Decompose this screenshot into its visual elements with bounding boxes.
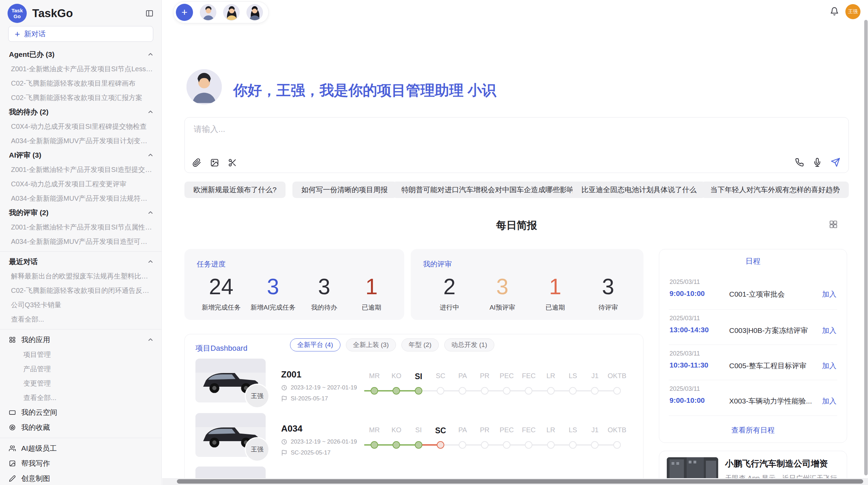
section-recent-chats[interactable]: 最近对话 xyxy=(0,254,161,269)
project-code[interactable]: Z001 xyxy=(281,369,301,380)
stat-value: 24 xyxy=(209,274,233,299)
recent-chat-item[interactable]: 查看全部... xyxy=(0,312,161,326)
app-logo: Task Go xyxy=(8,4,27,23)
schedule-item: 2025/03/11 10:30-11:30 C005-整车工程目标评审 加入 xyxy=(669,347,837,382)
recent-chat-item[interactable]: 解释最新出台的欧盟报废车法规再生塑料比例被调至15%... xyxy=(0,269,161,283)
schedule-time: 9:00-10:00 xyxy=(670,289,705,298)
sidebar-item-help-me-write[interactable]: 帮我写作 xyxy=(0,456,161,471)
sidebar-task-item[interactable]: C0X4-动力总成开发项目SI里程碑提交物检查 xyxy=(0,119,161,134)
chevron-up-icon[interactable] xyxy=(148,210,153,215)
recent-chat-item[interactable]: C02-飞腾新能源轻客改款项目的闭环通告反馈情况 xyxy=(0,283,161,298)
attachment-icon[interactable] xyxy=(192,158,201,167)
milestone-dot xyxy=(547,387,555,395)
suggestion-chip[interactable]: 特朗普可能对进口汽车增税会对中国车企造成哪些影响 xyxy=(393,182,583,198)
sidebar-item-creative-drawing[interactable]: 创意制图 xyxy=(0,471,161,485)
new-chat-button[interactable]: + 新对话 xyxy=(8,26,153,42)
sidebar-app-product-mgmt[interactable]: 产品管理 xyxy=(0,362,161,376)
chat-input[interactable] xyxy=(193,123,776,147)
sidebar-task-item[interactable]: A034-全新新能源MUV产品开发项目计划变更表编写 xyxy=(0,134,161,148)
avatar[interactable] xyxy=(223,4,240,21)
suggestion-chip[interactable]: 当下年轻人对汽车外观有怎样的喜好趋势 xyxy=(701,182,849,198)
vertical-scrollbar[interactable] xyxy=(864,20,868,475)
milestone-dot xyxy=(569,441,577,449)
microphone-icon[interactable] xyxy=(813,158,822,167)
stat-value: 1 xyxy=(549,274,562,299)
stat-label: 已逾期 xyxy=(362,303,381,312)
view-all-schedule-link[interactable]: 查看所有日程 xyxy=(659,425,847,435)
layout-grid-icon[interactable] xyxy=(829,220,838,229)
sidebar-task-item[interactable]: A034-全新新能源MUV产品开发项目法规符合性评审 xyxy=(0,191,161,206)
milestone-dot xyxy=(459,387,466,395)
sidebar-task-item[interactable]: Z001-全新燃油轻卡产品开发项目SI造型提交物评审 xyxy=(0,162,161,177)
project-owner-avatar: 王强 xyxy=(245,384,269,408)
stat-my-todo: 3 我的待办 xyxy=(305,274,343,312)
send-icon[interactable] xyxy=(831,158,840,167)
image-upload-icon[interactable] xyxy=(210,158,219,167)
avatar[interactable] xyxy=(200,4,216,21)
stat-label: AI预评审 xyxy=(490,303,515,312)
section-title: 我的评审 (2) xyxy=(9,208,49,217)
app-window: Task Go TaskGo + 新对话 Agent已办 (3) Z001-全新… xyxy=(0,0,868,485)
tab-new-platform[interactable]: 全新平台 (4) xyxy=(290,338,340,351)
recent-chat-item[interactable]: 公司Q3轻卡销量 xyxy=(0,298,161,312)
chevron-up-icon[interactable] xyxy=(148,109,153,115)
chevron-up-icon[interactable] xyxy=(148,259,153,264)
star-badge-icon xyxy=(9,424,16,431)
sidebar-task-item[interactable]: C0X4-动力总成开发项目工程变更评审 xyxy=(0,177,161,191)
suggestion-chip[interactable]: 如何写一份清晰的项目周报 xyxy=(292,182,397,198)
milestone-dot xyxy=(569,387,577,395)
suggestion-chip[interactable]: 比亚迪全固态电池计划具体说了什么 xyxy=(572,182,706,198)
avatar[interactable] xyxy=(246,4,263,21)
sidebar-app-view-all[interactable]: 查看全部... xyxy=(0,390,161,405)
tab-model-year[interactable]: 年型 (2) xyxy=(401,338,439,351)
card-title: 任务进度 xyxy=(197,259,395,269)
chevron-up-icon[interactable] xyxy=(148,337,153,343)
sidebar-task-item[interactable]: C02-飞腾新能源轻客改款项目立项汇报方案 xyxy=(0,90,161,105)
notification-bell-icon[interactable] xyxy=(830,7,839,16)
schedule-item: 2025/03/11 9:00-10:00 X003-车辆动力学性能验... 加… xyxy=(669,382,837,417)
sidebar-item-cloud-space[interactable]: 我的云空间 xyxy=(0,405,161,420)
schedule-date: 2025/03/11 xyxy=(670,315,700,322)
user-avatar-name: 王强 xyxy=(848,9,858,15)
chevron-up-icon[interactable] xyxy=(148,52,153,57)
sidebar-item-label: 我的应用 xyxy=(21,335,50,345)
section-my-todo[interactable]: 我的待办 (2) xyxy=(0,105,161,119)
screenshot-scissors-icon[interactable] xyxy=(228,158,237,167)
tab-powertrain[interactable]: 动总开发 (1) xyxy=(444,338,495,351)
chevron-up-icon[interactable] xyxy=(148,152,153,158)
sidebar-app-project-mgmt[interactable]: 项目管理 xyxy=(0,347,161,362)
milestone-track xyxy=(363,387,628,395)
stat-label: 新增完成任务 xyxy=(202,303,241,312)
divider xyxy=(669,309,837,310)
milestone-dot xyxy=(613,441,621,449)
sidebar-task-item[interactable]: Z001-全新燃油轻卡产品开发项目SI节点属性5D文件评审 xyxy=(0,220,161,234)
sidebar-item-label: 帮我写作 xyxy=(21,459,50,468)
join-link[interactable]: 加入 xyxy=(822,326,836,335)
user-avatar[interactable]: 王强 xyxy=(845,4,860,19)
section-ai-review[interactable]: AI评审 (3) xyxy=(0,148,161,162)
milestone-dot-done xyxy=(371,387,378,395)
add-workspace-button[interactable]: + xyxy=(176,4,193,21)
section-my-review[interactable]: 我的评审 (2) xyxy=(0,206,161,220)
tab-new-body[interactable]: 全新上装 (3) xyxy=(346,338,396,351)
join-link[interactable]: 加入 xyxy=(822,289,836,299)
sidebar-app-change-mgmt[interactable]: 变更管理 xyxy=(0,376,161,390)
section-agent-done[interactable]: Agent已办 (3) xyxy=(0,47,161,62)
project-code[interactable]: A034 xyxy=(281,423,302,434)
schedule-date: 2025/03/11 xyxy=(670,385,700,393)
sidebar-task-item[interactable]: C02-飞腾新能源轻客改款项目里程碑画布 xyxy=(0,76,161,90)
join-link[interactable]: 加入 xyxy=(822,396,836,406)
sidebar-task-item[interactable]: A034-全新新能源MUV产品开发项目造型可行性评审 xyxy=(0,234,161,249)
sidebar-item-ai-super-staff[interactable]: AI超级员工 xyxy=(0,441,161,456)
sidebar-collapse-icon[interactable] xyxy=(145,9,154,17)
join-link[interactable]: 加入 xyxy=(822,361,836,371)
divider xyxy=(0,329,161,329)
sidebar-item-my-apps[interactable]: 我的应用 xyxy=(0,332,161,347)
suggestion-chip[interactable]: 欧洲新规最近颁布了什么? xyxy=(184,182,286,198)
voice-call-icon[interactable] xyxy=(795,158,804,167)
project-flag: SI-2025-05-17 xyxy=(281,395,328,402)
horizontal-scrollbar[interactable] xyxy=(177,479,863,484)
sidebar-task-item[interactable]: Z001-全新燃油皮卡产品开发项目SI节点Lesson Learn报告 xyxy=(0,62,161,76)
schedule-date: 2025/03/11 xyxy=(670,350,700,357)
sidebar-item-favorites[interactable]: 我的收藏 xyxy=(0,420,161,435)
